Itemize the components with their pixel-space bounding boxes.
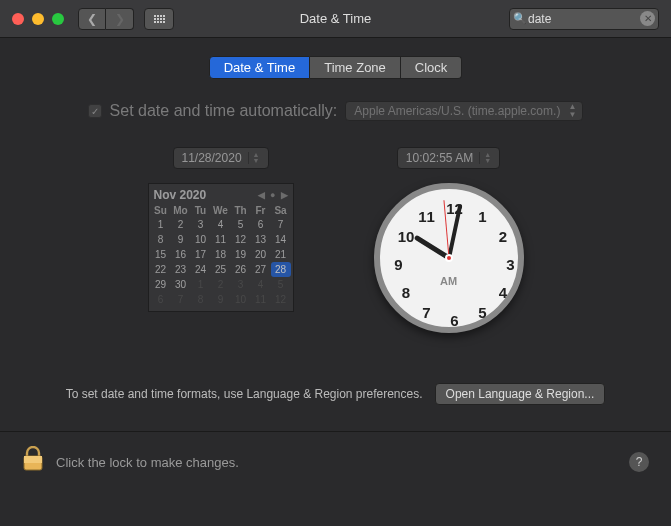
- clock-number: 10: [396, 228, 416, 245]
- calendar-day[interactable]: 22: [151, 262, 171, 277]
- calendar-day[interactable]: 4: [211, 217, 231, 232]
- chevron-updown-icon: ▲▼: [568, 103, 576, 119]
- forward-button: ❯: [106, 8, 134, 30]
- clock-number: 5: [473, 304, 493, 321]
- format-hint: To set date and time formats, use Langua…: [66, 387, 423, 401]
- calendar-day[interactable]: 26: [231, 262, 251, 277]
- lock-row: Click the lock to make changes. ?: [0, 432, 671, 492]
- dow-label: Mo: [171, 204, 191, 217]
- show-all-button[interactable]: [144, 8, 174, 30]
- calendar-day[interactable]: 27: [251, 262, 271, 277]
- grid-icon: [154, 15, 165, 23]
- clock-number: 8: [396, 284, 416, 301]
- calendar: Nov 2020 ◀ ● ▶ SuMoTuWeThFrSa12345678910…: [148, 183, 294, 312]
- auto-checkbox[interactable]: ✓: [88, 104, 102, 118]
- clock-number: 1: [473, 207, 493, 224]
- time-server-dropdown[interactable]: Apple Americas/U.S. (time.apple.com.) ▲▼: [345, 101, 583, 121]
- calendar-day[interactable]: 10: [191, 232, 211, 247]
- calendar-day[interactable]: 14: [271, 232, 291, 247]
- search-input[interactable]: [509, 8, 659, 30]
- svg-rect-1: [24, 456, 42, 463]
- dow-label: Fr: [251, 204, 271, 217]
- tab-time-zone[interactable]: Time Zone: [310, 56, 401, 79]
- cal-next-icon[interactable]: ▶: [281, 190, 288, 200]
- clock-number: 7: [417, 304, 437, 321]
- calendar-day[interactable]: 25: [211, 262, 231, 277]
- calendar-grid: SuMoTuWeThFrSa12345678910111213141516171…: [151, 204, 291, 307]
- calendar-day[interactable]: 13: [251, 232, 271, 247]
- calendar-day[interactable]: 7: [271, 217, 291, 232]
- calendar-day[interactable]: 8: [151, 232, 171, 247]
- calendar-day[interactable]: 21: [271, 247, 291, 262]
- calendar-day[interactable]: 23: [171, 262, 191, 277]
- search-icon: 🔍: [513, 12, 527, 25]
- calendar-day[interactable]: 9: [211, 292, 231, 307]
- cal-today-icon[interactable]: ●: [270, 190, 275, 200]
- calendar-day[interactable]: 8: [191, 292, 211, 307]
- calendar-day[interactable]: 29: [151, 277, 171, 292]
- auto-set-row: ✓ Set date and time automatically: Apple…: [26, 101, 645, 121]
- calendar-day[interactable]: 19: [231, 247, 251, 262]
- calendar-day[interactable]: 12: [231, 232, 251, 247]
- clock-number: 4: [493, 284, 513, 301]
- calendar-day[interactable]: 2: [171, 217, 191, 232]
- time-stepper[interactable]: ▲▼: [479, 152, 491, 164]
- dow-label: Sa: [271, 204, 291, 217]
- calendar-day[interactable]: 20: [251, 247, 271, 262]
- back-button[interactable]: ❮: [78, 8, 106, 30]
- nav-group: ❮ ❯: [78, 8, 134, 30]
- close-icon[interactable]: [12, 13, 24, 25]
- clock-ampm: AM: [440, 275, 457, 287]
- calendar-day[interactable]: 28: [271, 262, 291, 277]
- clock-number: 9: [389, 256, 409, 273]
- calendar-day[interactable]: 2: [211, 277, 231, 292]
- analog-clock: 123456789101112 AM: [374, 183, 524, 333]
- tabs: Date & Time Time Zone Clock: [26, 56, 645, 79]
- calendar-day[interactable]: 5: [271, 277, 291, 292]
- lock-text: Click the lock to make changes.: [56, 455, 239, 470]
- calendar-day[interactable]: 4: [251, 277, 271, 292]
- clock-number: 11: [417, 207, 437, 224]
- zoom-icon[interactable]: [52, 13, 64, 25]
- footer-row: To set date and time formats, use Langua…: [26, 383, 645, 405]
- search-wrap: 🔍 ✕: [509, 8, 659, 30]
- calendar-day[interactable]: 6: [251, 217, 271, 232]
- calendar-day[interactable]: 1: [151, 217, 171, 232]
- clock-number: 3: [501, 256, 521, 273]
- traffic-lights: [12, 13, 64, 25]
- help-button[interactable]: ?: [629, 452, 649, 472]
- time-field[interactable]: 10:02:55 AM ▲▼: [397, 147, 500, 169]
- calendar-day[interactable]: 17: [191, 247, 211, 262]
- calendar-day[interactable]: 3: [231, 277, 251, 292]
- open-language-region-button[interactable]: Open Language & Region...: [435, 383, 606, 405]
- minimize-icon[interactable]: [32, 13, 44, 25]
- dow-label: We: [211, 204, 231, 217]
- dow-label: Su: [151, 204, 171, 217]
- calendar-day[interactable]: 30: [171, 277, 191, 292]
- calendar-day[interactable]: 11: [251, 292, 271, 307]
- titlebar: ❮ ❯ Date & Time 🔍 ✕: [0, 0, 671, 38]
- calendar-day[interactable]: 16: [171, 247, 191, 262]
- calendar-day[interactable]: 12: [271, 292, 291, 307]
- calendar-day[interactable]: 10: [231, 292, 251, 307]
- clock-number: 6: [445, 312, 465, 329]
- tab-date-time[interactable]: Date & Time: [209, 56, 311, 79]
- lock-icon[interactable]: [22, 446, 44, 478]
- date-field[interactable]: 11/28/2020 ▲▼: [173, 147, 269, 169]
- tab-clock[interactable]: Clock: [401, 56, 463, 79]
- clear-search-icon[interactable]: ✕: [640, 11, 655, 26]
- calendar-day[interactable]: 18: [211, 247, 231, 262]
- calendar-day[interactable]: 1: [191, 277, 211, 292]
- dow-label: Th: [231, 204, 251, 217]
- calendar-day[interactable]: 6: [151, 292, 171, 307]
- calendar-day[interactable]: 24: [191, 262, 211, 277]
- cal-prev-icon[interactable]: ◀: [258, 190, 265, 200]
- dow-label: Tu: [191, 204, 211, 217]
- calendar-day[interactable]: 5: [231, 217, 251, 232]
- calendar-day[interactable]: 3: [191, 217, 211, 232]
- calendar-day[interactable]: 15: [151, 247, 171, 262]
- calendar-day[interactable]: 7: [171, 292, 191, 307]
- calendar-day[interactable]: 9: [171, 232, 191, 247]
- date-stepper[interactable]: ▲▼: [248, 152, 260, 164]
- calendar-day[interactable]: 11: [211, 232, 231, 247]
